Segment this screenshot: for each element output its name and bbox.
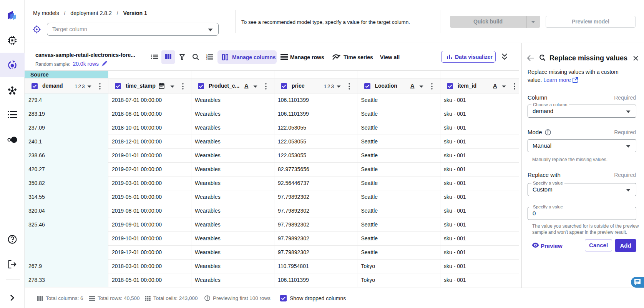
svg-text:3: 3 xyxy=(206,58,207,60)
